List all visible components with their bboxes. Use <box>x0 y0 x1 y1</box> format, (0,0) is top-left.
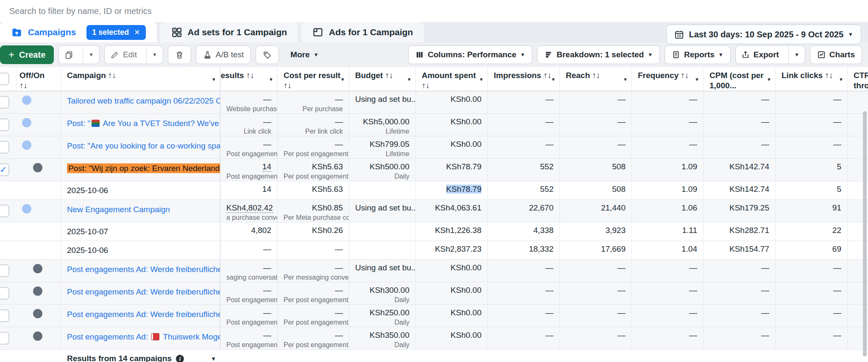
column-header-impressions[interactable]: Impressions ↑↓▼ <box>488 67 560 91</box>
summary-expand-caret-icon[interactable]: ▼ <box>211 356 216 362</box>
export-label: Export <box>754 50 779 59</box>
charts-button[interactable]: Charts <box>810 45 862 64</box>
impressions-cell: 552 <box>488 181 560 199</box>
row-checkbox[interactable]: ✓ <box>0 163 9 176</box>
export-button-group[interactable]: Export ▼ <box>735 45 805 64</box>
campaign-name-link[interactable]: Post engagements Ad: Werde freiberuflich… <box>67 265 220 274</box>
breakdown-button[interactable]: Breakdown: 1 selected ▼ <box>537 45 660 64</box>
row-select-cell[interactable] <box>0 260 12 282</box>
column-options-caret-icon[interactable]: ▼ <box>695 77 699 83</box>
campaign-name-link[interactable]: Post engagements Ad: Werde freiberuflich… <box>67 287 220 296</box>
export-dropdown[interactable]: ▼ <box>788 46 805 64</box>
row-checkbox[interactable] <box>0 287 9 300</box>
column-options-caret-icon[interactable]: ▼ <box>407 77 412 83</box>
row-checkbox[interactable] <box>0 309 9 322</box>
breakdown-row: 2025-10-06——KSh2,837.2318,33217,6691.04K… <box>0 241 868 260</box>
delete-button[interactable] <box>168 45 191 64</box>
row-select-cell[interactable]: ✓ <box>0 159 12 181</box>
clear-selection-icon[interactable]: ✕ <box>134 28 140 37</box>
selected-count-badge[interactable]: 1 selected ✕ <box>86 25 145 40</box>
column-header-cpm[interactable]: CPM (cost per1,000...▼ <box>704 67 776 91</box>
tag-button[interactable] <box>256 45 279 64</box>
column-options-caret-icon[interactable]: ▼ <box>839 77 843 83</box>
ab-test-button[interactable]: A/B test <box>196 45 251 64</box>
column-options-caret-icon[interactable]: ▼ <box>551 77 556 83</box>
spent-value: KSh1,226.38 <box>435 226 481 235</box>
create-button[interactable]: + Create <box>0 45 54 64</box>
campaign-name-link[interactable]: Post engagements Ad: Thuiswerk Mogelijk.… <box>67 332 220 341</box>
row-select-cell[interactable] <box>0 136 12 158</box>
row-checkbox[interactable] <box>0 332 9 345</box>
edit-button-group[interactable]: Edit ▼ <box>104 45 163 64</box>
row-select-cell[interactable] <box>0 327 12 349</box>
column-header-amount-spent[interactable]: Amount spent↑↓▼ <box>416 67 488 91</box>
edit-button[interactable]: Edit <box>105 46 142 64</box>
reach-cell: 508 <box>560 159 632 181</box>
budget-sublabel: Daily <box>355 296 409 304</box>
campaign-name-link[interactable]: Post: "Wij zijn op zoek: Ervaren Nederla… <box>67 163 220 173</box>
cost-value: — <box>335 331 343 340</box>
duplicate-button-group[interactable]: ▼ <box>58 45 100 64</box>
budget-cell: KSh500.00Daily <box>349 159 416 181</box>
row-checkbox[interactable] <box>0 205 9 217</box>
cost-cell: KSh0.26 <box>278 222 349 241</box>
reach-value: — <box>618 286 626 295</box>
column-header-campaign[interactable]: Campaign ↑↓▼ <box>61 67 220 91</box>
column-header-off-on[interactable]: Off/On↑↓ <box>11 67 61 91</box>
column-options-caret-icon[interactable]: ▼ <box>211 77 216 83</box>
column-header-budget[interactable]: Budget ↑↓▼ <box>349 67 416 91</box>
column-options-caret-icon[interactable]: ▼ <box>767 77 771 83</box>
campaign-name-link[interactable]: Post engagements Ad: Werde freiberuflich… <box>67 310 220 319</box>
reports-button[interactable]: Reports ▼ <box>665 45 731 64</box>
row-select-cell[interactable] <box>0 91 12 113</box>
campaign-name-link[interactable]: Post: " Are You a TVET Student? We've Go… <box>67 119 220 128</box>
column-options-caret-icon[interactable]: ▼ <box>269 77 273 83</box>
campaign-name-cell: Tailored web traffic campaign 06/22/2025… <box>61 91 220 113</box>
cost-sublabel: Per messaging conver... <box>284 273 343 282</box>
results-value: 4,802 <box>251 226 271 235</box>
columns-icon <box>415 51 424 59</box>
tab-ad-sets[interactable]: Ad sets for 1 Campaign <box>160 22 298 42</box>
edit-dropdown[interactable]: ▼ <box>146 46 163 64</box>
row-select-cell[interactable] <box>0 200 12 222</box>
column-header-frequency[interactable]: Frequency ↑↓▼ <box>632 67 704 91</box>
row-checkbox[interactable] <box>0 264 9 277</box>
select-all-checkbox[interactable] <box>0 73 9 85</box>
column-header-results[interactable]: Results ↑↓▼ <box>220 67 278 91</box>
row-select-cell[interactable] <box>0 282 12 304</box>
column-header-link-clicks[interactable]: Link clicks ↑↓▼ <box>776 67 848 91</box>
off-on-cell <box>11 200 61 222</box>
duplicate-button[interactable] <box>59 46 79 64</box>
impressions-value: 552 <box>540 162 554 171</box>
column-options-caret-icon[interactable]: ▼ <box>479 77 484 83</box>
columns-button[interactable]: Columns: Performance ▼ <box>408 45 532 64</box>
campaign-name-link[interactable]: New Engagement Campaign <box>67 205 170 214</box>
row-checkbox[interactable] <box>0 141 9 154</box>
export-button[interactable]: Export <box>736 46 785 64</box>
spent-cell: KSh78.79 <box>416 159 488 181</box>
row-checkbox[interactable] <box>0 118 9 131</box>
duplicate-dropdown[interactable]: ▼ <box>83 46 99 64</box>
row-select-cell[interactable] <box>0 305 12 327</box>
link-clicks-value: 5 <box>837 162 841 171</box>
column-header-cost-per-result[interactable]: Cost per result↑↓▼ <box>278 67 349 91</box>
vertical-scrollbar[interactable] <box>863 111 867 356</box>
more-button[interactable]: More ▼ <box>284 45 325 64</box>
tab-ads[interactable]: Ads for 1 Campaign <box>301 22 424 42</box>
column-header-reach[interactable]: Reach ↑↓▼ <box>560 67 632 91</box>
cpm-cell: KSh154.77 <box>704 241 776 259</box>
column-options-caret-icon[interactable]: ▼ <box>340 77 345 83</box>
row-checkbox[interactable] <box>0 96 9 109</box>
date-range-selector[interactable]: Last 30 days: 10 Sep 2025 - 9 Oct 2025 ▼ <box>666 25 861 44</box>
column-options-caret-icon[interactable]: ▼ <box>623 77 628 83</box>
campaign-name-link[interactable]: Post: "Are you looking for a co-working … <box>67 141 220 150</box>
row-select-cell[interactable] <box>0 114 12 136</box>
row-select-cell <box>0 241 12 259</box>
tab-campaigns[interactable]: Campaigns 1 selected ✕ <box>0 22 157 42</box>
column-header-ctr[interactable]: CTR (link click-through rate) <box>848 67 868 91</box>
table-row: Post engagements Ad: Werde freiberuflich… <box>0 260 868 282</box>
info-icon[interactable]: i <box>176 355 184 362</box>
search-input[interactable] <box>9 6 859 16</box>
campaign-name-link[interactable]: Tailored web traffic campaign 06/22/2025… <box>67 96 220 105</box>
impressions-value: — <box>545 95 554 104</box>
